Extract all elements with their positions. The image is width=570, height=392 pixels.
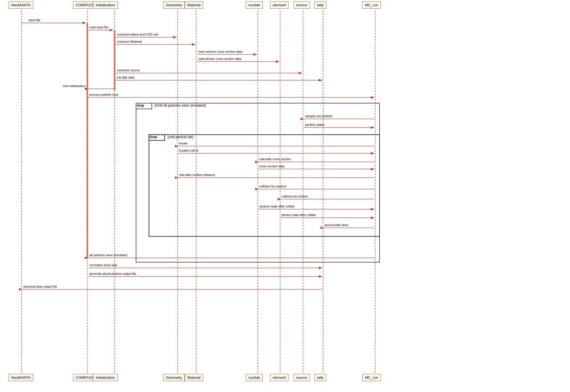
actor-mc_run-top: MC_run xyxy=(362,1,381,9)
msg-construct-source: construct source xyxy=(117,68,140,72)
msg-sample-particle: sample one particle xyxy=(305,114,332,118)
msg-calc-cross: calcualte cross section xyxy=(259,157,291,161)
actor-source-bottom: source xyxy=(294,374,310,381)
msg-collision-neutron: collision for neutron xyxy=(259,185,286,188)
actor-neuMANTA-top: NeuMANTA xyxy=(9,1,33,9)
msg-photon-state: photon state after collide xyxy=(282,213,316,217)
msg-construct-lattice: construct lattice and CSG cell xyxy=(117,33,158,36)
msg-init-tally: init tally data xyxy=(117,76,134,79)
actor-geometry-top: Geometry xyxy=(163,1,185,9)
msg-particle-states: particle states xyxy=(305,123,325,126)
loop-inner-condition: [until particle die] xyxy=(168,135,193,139)
actor-element-bottom: element xyxy=(270,374,288,381)
msg-collision-photon: collision for photon xyxy=(282,195,308,198)
actor-source-top: source xyxy=(294,1,310,9)
msg-process-particle: process particle loop xyxy=(89,93,118,96)
msg-construct-material: construct Material xyxy=(117,40,142,43)
actor-element-top: element xyxy=(270,1,288,9)
actor-geometry-bottom: Geometry xyxy=(163,374,185,381)
msg-all-simulated: all particles were simulated xyxy=(89,253,127,257)
msg-read-input-file: read input file xyxy=(89,26,108,29)
svg-rect-40 xyxy=(136,103,380,262)
actor-neuMANTA-bottom: NeuMANTA xyxy=(9,374,33,381)
msg-calc-surface: calculate surface distance xyxy=(179,173,215,177)
msg-generate-output: generate physical dose output file xyxy=(89,272,136,275)
msg-physical-dose: physical dose output file xyxy=(23,285,57,288)
msg-read-neutron: read neutron cross section data xyxy=(198,50,242,53)
actor-material-bottom: Material xyxy=(185,374,203,381)
actor-tally-top: tally xyxy=(315,1,326,9)
actor-material-top: Material xyxy=(185,1,203,9)
actor-init-top: Initialization xyxy=(93,1,118,9)
svg-rect-12 xyxy=(87,23,88,258)
msg-accumulate-dose: accumulate dose xyxy=(325,223,348,227)
actor-init-bottom: Initialization xyxy=(93,374,118,381)
msg-end-init: end initialization xyxy=(63,84,85,88)
actor-nuclide-top: nuclide xyxy=(246,1,263,9)
msg-input-file: input file xyxy=(29,18,40,22)
svg-rect-13 xyxy=(114,30,115,90)
msg-normalize: normalize dose tally xyxy=(89,263,117,267)
loop-outer-condition: [Until all particles were simulated] xyxy=(155,103,206,107)
actor-nuclide-bottom: nuclide xyxy=(246,374,263,381)
msg-cross-section-data: cross section data xyxy=(259,164,285,168)
actor-tally-bottom: tally xyxy=(315,374,326,381)
msg-read-photon: read photon cross section data xyxy=(198,57,241,60)
msg-located-cell: located cell id xyxy=(179,149,198,152)
msg-locate: locate xyxy=(179,142,187,145)
actor-mc_run-bottom: MC_run xyxy=(362,374,381,381)
loop-outer-label: loop xyxy=(137,103,144,107)
msg-neutron-state: neutron state after collide xyxy=(259,205,295,208)
loop-inner-label: loop xyxy=(150,135,157,139)
